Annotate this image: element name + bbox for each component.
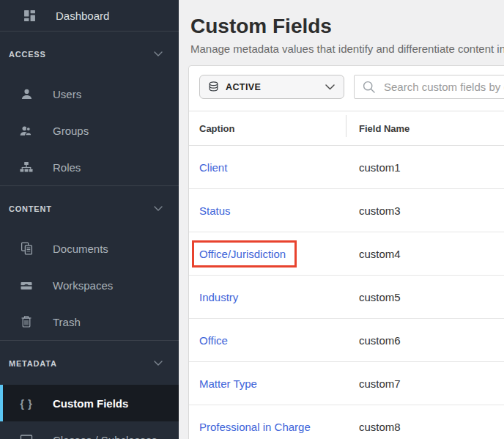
search-box[interactable] (354, 75, 504, 99)
custom-fields-card: ACTIVE (188, 65, 504, 439)
sidebar-item-dashboard[interactable]: Dashboard (0, 0, 179, 31)
table-body: Client custom1 Status custom3 Office/Jur… (189, 146, 504, 439)
field-name-cell: custom8 (346, 421, 504, 433)
sidebar: Dashboard ACCESS Users Groups Roles CONT… (0, 0, 179, 439)
group-icon (19, 123, 34, 138)
section-label: METADATA (9, 359, 57, 368)
sidebar-section: ACCESS Users Groups Roles (0, 31, 179, 185)
caption-cell: Status (189, 204, 346, 217)
sidebar-item-label: Roles (53, 161, 81, 174)
field-name-cell: custom1 (346, 161, 504, 174)
sidebar-item-roles[interactable]: Roles (0, 149, 179, 185)
sidebar-item-label: Documents (53, 243, 108, 255)
caption-link-highlighted[interactable]: Office/Jurisdiction (192, 240, 297, 268)
table-row: Industry custom5 (189, 276, 504, 319)
column-header-field-name: Field Name (346, 111, 504, 145)
field-name-cell: custom4 (346, 248, 504, 260)
sidebar-item-label: Classes / Subclasses (53, 434, 158, 439)
field-name-cell: custom7 (346, 377, 504, 390)
sidebar-item-trash[interactable]: Trash (0, 303, 179, 340)
sidebar-item-label: Workspaces (53, 279, 113, 292)
sidebar-item-workspaces[interactable]: Workspaces (0, 267, 179, 303)
status-filter-value: ACTIVE (226, 82, 325, 92)
sidebar-section-header[interactable]: METADATA (0, 351, 179, 376)
table-row: Matter Type custom7 (189, 362, 504, 405)
user-icon (19, 86, 34, 101)
toolbar: ACTIVE (189, 66, 504, 111)
table-header-row: Caption Field Name (189, 111, 504, 146)
caption-link[interactable]: Office (199, 334, 228, 347)
caption-cell: Matter Type (189, 377, 346, 390)
trash-icon (19, 314, 34, 329)
caption-link[interactable]: Status (199, 204, 231, 217)
table-row: Office custom6 (189, 319, 504, 362)
sidebar-item-label: Groups (53, 125, 89, 137)
dashboard-icon (22, 8, 37, 23)
sidebar-section-header[interactable]: ACCESS (0, 42, 179, 67)
status-filter-dropdown[interactable]: ACTIVE (199, 75, 344, 99)
sidebar-section: CONTENT Documents Workspaces Trash (0, 185, 179, 340)
main-content: Custom Fields Manage metadata values tha… (179, 0, 504, 439)
search-icon (362, 80, 376, 94)
caption-link[interactable]: Industry (199, 291, 238, 303)
caption-link[interactable]: Client (199, 161, 227, 174)
caption-cell: Client (189, 161, 346, 174)
sidebar-section: METADATA { } Custom Fields Classes / Sub… (0, 340, 179, 439)
sidebar-item-classes-subclasses[interactable]: Classes / Subclasses (0, 421, 179, 439)
sidebar-item-label: Custom Fields (53, 397, 128, 410)
caption-cell: Industry (189, 291, 346, 303)
section-label: ACCESS (9, 50, 46, 59)
sidebar-section-items: Users Groups Roles (0, 67, 179, 185)
chevron-down-icon (154, 206, 163, 212)
sidebar-section-header[interactable]: CONTENT (0, 196, 179, 221)
caption-link[interactable]: Matter Type (199, 377, 257, 390)
table-row: Status custom3 (189, 189, 504, 232)
hierarchy-icon (19, 160, 34, 174)
caption-link[interactable]: Professional in Charge (199, 421, 311, 433)
field-name-cell: custom3 (346, 204, 504, 217)
chevron-down-icon (154, 51, 163, 57)
database-icon (207, 81, 220, 93)
caption-cell: Office/Jurisdiction (189, 240, 346, 268)
sidebar-item-documents[interactable]: Documents (0, 230, 179, 267)
table-row: Client custom1 (189, 146, 504, 189)
chevron-down-icon (325, 84, 335, 90)
sidebar-section-items: Documents Workspaces Trash (0, 221, 179, 340)
braces-icon: { } (19, 396, 34, 410)
workspace-icon (19, 278, 34, 292)
sidebar-item-label: Dashboard (56, 10, 109, 22)
sidebar-section-items: { } Custom Fields Classes / Subclasses (0, 376, 179, 439)
caption-cell: Professional in Charge (189, 421, 346, 433)
page-title: Custom Fields (190, 15, 504, 38)
chevron-down-icon (154, 361, 163, 366)
field-name-cell: custom5 (346, 291, 504, 303)
monitor-icon (19, 432, 34, 439)
sidebar-sections: ACCESS Users Groups Roles CONTENT (0, 31, 179, 439)
sidebar-item-groups[interactable]: Groups (0, 112, 179, 149)
section-label: CONTENT (9, 204, 52, 213)
documents-icon (19, 241, 34, 256)
field-name-cell: custom6 (346, 334, 504, 347)
caption-cell: Office (189, 334, 346, 347)
table-row: Professional in Charge custom8 (189, 405, 504, 439)
sidebar-item-custom-fields[interactable]: { } Custom Fields (0, 385, 179, 421)
sidebar-item-label: Trash (53, 316, 81, 328)
column-header-caption: Caption (189, 123, 346, 134)
app-root: Dashboard ACCESS Users Groups Roles CONT… (0, 0, 504, 439)
page-subtitle: Manage metadata values that identify and… (190, 43, 504, 55)
table-row: Office/Jurisdiction custom4 (189, 232, 504, 276)
sidebar-item-label: Users (53, 88, 81, 100)
sidebar-item-users[interactable]: Users (0, 75, 179, 112)
search-input[interactable] (382, 80, 504, 94)
